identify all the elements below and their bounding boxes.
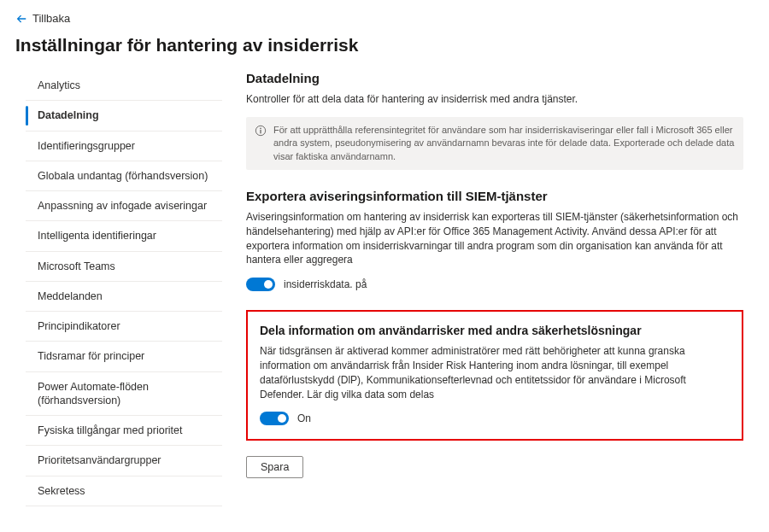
- sidebar-item-meddelanden[interactable]: Meddelanden: [26, 282, 222, 312]
- back-link[interactable]: Tillbaka: [0, 0, 85, 28]
- sidebar-item-globala-undantag[interactable]: Globala undantag (förhandsversion): [26, 161, 222, 191]
- sidebar-item-label: Microsoft Teams: [38, 260, 115, 272]
- svg-point-1: [260, 127, 261, 129]
- sidebar-item-label: Power Automate-flöden (förhandsversion): [38, 381, 149, 406]
- info-text: För att upprätthålla referensintegritet …: [273, 124, 735, 163]
- sidebar-item-label: Intelligenta identifieringar: [38, 230, 156, 242]
- sidebar-item-prioritetsanvandargrupper[interactable]: Prioritetsanvändargrupper: [26, 446, 222, 476]
- info-banner: För att upprätthålla referensintegritet …: [246, 117, 743, 170]
- save-button[interactable]: Spara: [246, 456, 303, 478]
- toggle-label: insiderriskdata. på: [284, 278, 367, 290]
- page-title: Inställningar för hantering av insiderri…: [0, 28, 769, 71]
- sidebar-item-anpassning-aviseringar[interactable]: Anpassning av infogade aviseringar: [26, 191, 222, 221]
- sidebar-item-principindikatorer[interactable]: Principindikatorer: [26, 312, 222, 342]
- section-title: Exportera aviseringsinformation till SIE…: [246, 189, 743, 203]
- arrow-left-icon: [15, 13, 27, 25]
- section-share-user-risk-highlight: Dela information om användarrisker med a…: [246, 310, 743, 441]
- sidebar-item-label: Anpassning av infogade aviseringar: [38, 200, 207, 212]
- sidebar-item-analytics[interactable]: Analytics: [26, 71, 222, 101]
- siem-export-toggle[interactable]: [246, 278, 275, 291]
- settings-content: Datadelning Kontroller för att dela data…: [246, 71, 769, 506]
- section-description: När tidsgränsen är aktiverad kommer admi…: [260, 344, 730, 401]
- settings-sidebar: Analytics Datadelning Identifieringsgrup…: [26, 71, 222, 506]
- share-user-risk-toggle[interactable]: [260, 412, 289, 425]
- toggle-label: On: [297, 412, 311, 424]
- info-icon: [255, 125, 267, 137]
- sidebar-item-intelligenta-identifieringar[interactable]: Intelligenta identifieringar: [26, 221, 222, 251]
- sidebar-item-datadelning[interactable]: Datadelning: [26, 101, 222, 131]
- svg-rect-2: [260, 130, 261, 133]
- sidebar-item-power-automate[interactable]: Power Automate-flöden (förhandsversion): [26, 372, 222, 417]
- section-description: Aviseringsinformation om hantering av in…: [246, 210, 743, 267]
- sidebar-item-label: Datadelning: [38, 109, 99, 121]
- sidebar-item-label: Sekretess: [38, 485, 85, 497]
- section-datadelning: Datadelning Kontroller för att dela data…: [246, 71, 743, 170]
- sidebar-item-label: Analytics: [38, 79, 80, 91]
- section-title: Dela information om användarrisker med a…: [260, 324, 730, 337]
- sidebar-item-sekretess[interactable]: Sekretess: [26, 476, 222, 506]
- sidebar-item-label: Prioritetsanvändargrupper: [38, 454, 161, 466]
- section-siem-export: Exportera aviseringsinformation till SIE…: [246, 189, 743, 291]
- sidebar-item-label: Globala undantag (förhandsversion): [38, 170, 208, 182]
- back-label: Tillbaka: [32, 12, 70, 25]
- sidebar-item-label: Tidsramar för principer: [38, 350, 144, 362]
- sidebar-item-label: Fysiska tillgångar med prioritet: [38, 424, 183, 436]
- sidebar-item-fysiska-tillgangar[interactable]: Fysiska tillgångar med prioritet: [26, 416, 222, 446]
- sidebar-item-identifieringsgrupper[interactable]: Identifieringsgrupper: [26, 132, 222, 161]
- section-title: Datadelning: [246, 71, 743, 85]
- sidebar-item-label: Identifieringsgrupper: [38, 140, 135, 152]
- sidebar-item-label: Meddelanden: [38, 290, 103, 302]
- section-subtitle: Kontroller för att dela data för hanteri…: [246, 92, 743, 107]
- sidebar-item-label: Principindikatorer: [38, 320, 120, 332]
- sidebar-item-tidsramar-principer[interactable]: Tidsramar för principer: [26, 342, 222, 371]
- sidebar-item-microsoft-teams[interactable]: Microsoft Teams: [26, 252, 222, 282]
